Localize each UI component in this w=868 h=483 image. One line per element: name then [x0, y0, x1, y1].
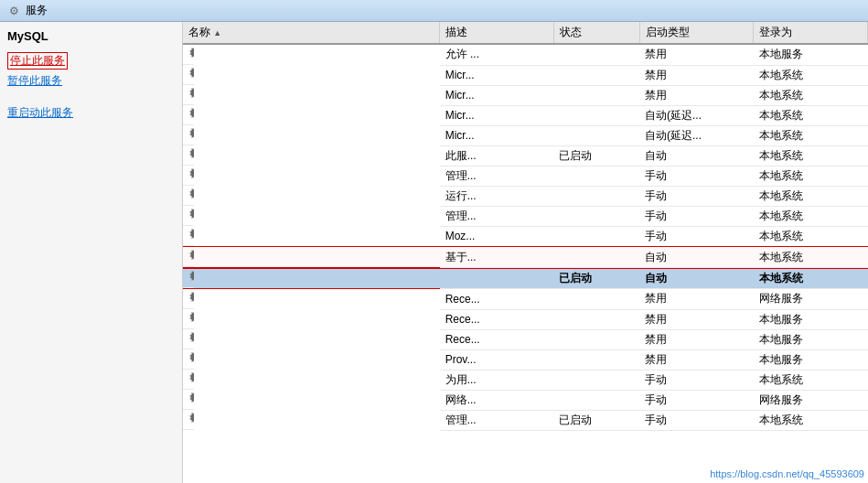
service-desc-cell: 运行...: [440, 186, 554, 206]
table-row[interactable]: MySQL已启动自动本地系统: [183, 268, 868, 289]
gear-icon: [188, 249, 194, 264]
table-scroll[interactable]: 名称 ▲ 描述 状态 启动类型: [183, 22, 868, 483]
service-desc-cell: 管理...: [440, 166, 554, 186]
table-row[interactable]: Net.Tcp Listener...Rece...禁用本地服务: [183, 329, 868, 349]
service-desc-cell: Rece...: [440, 309, 554, 329]
table-row[interactable]: Multimedia Clas...基于...自动本地系统: [183, 247, 868, 268]
service-desc-cell: 为用...: [440, 370, 554, 390]
service-name-cell: Mozilla Mainten...: [183, 226, 194, 246]
sort-arrow-icon: ▲: [213, 28, 221, 38]
service-startup-cell: 禁用: [639, 85, 754, 105]
col-startup-header[interactable]: 启动类型: [639, 22, 754, 44]
service-login-cell: 本地系统: [754, 206, 868, 226]
service-desc-cell: 管理...: [440, 410, 554, 430]
table-row[interactable]: Microsoft Office...运行...手动本地系统: [183, 186, 868, 206]
service-login-cell: 本地系统: [754, 247, 868, 268]
service-startup-cell: 自动: [639, 145, 754, 166]
col-status-header[interactable]: 状态: [553, 22, 639, 44]
table-row[interactable]: Microsoft .NET F...Micr...禁用本地系统: [183, 85, 868, 105]
service-status-cell: [553, 125, 639, 145]
service-startup-cell: 手动: [639, 390, 754, 410]
gear-icon: [188, 167, 194, 183]
service-startup-cell: 禁用: [639, 329, 754, 349]
service-status-cell: [553, 65, 639, 85]
gear-icon: [188, 188, 194, 203]
service-desc-cell: Rece...: [440, 329, 554, 349]
col-login-header[interactable]: 登录为: [754, 22, 868, 44]
table-row[interactable]: Microsoft Softw...管理...手动本地系统: [183, 206, 868, 226]
table-row[interactable]: Microsoft .NET F...Micr...自动(延迟...本地系统: [183, 105, 868, 125]
col-name-header[interactable]: 名称 ▲: [183, 22, 440, 44]
table-row[interactable]: Net.Msmq Liste...Rece...禁用网络服务: [183, 289, 868, 310]
title-bar: ⚙ 服务: [0, 0, 868, 22]
service-name-cell: Multimedia Clas...: [183, 247, 194, 267]
service-name-cell: Microsoft Devic...: [183, 145, 194, 166]
main-area: 名称 ▲ 描述 状态 启动类型: [183, 22, 868, 483]
stop-service-link[interactable]: 停止此服务: [7, 52, 68, 70]
service-login-cell: 本地系统: [754, 65, 868, 85]
service-name-cell: Network Access ...: [183, 390, 194, 410]
gear-icon: [188, 208, 194, 223]
table-row[interactable]: Net.Tcp Port Sh...Prov...禁用本地服务: [183, 349, 868, 370]
service-startup-cell: 禁用: [639, 349, 754, 370]
service-name-cell: Microsoft Softw...: [183, 206, 194, 226]
service-login-cell: 本地系统: [754, 410, 868, 430]
table-row[interactable]: Network Connec...管理...已启动手动本地系统: [183, 410, 868, 430]
table-row[interactable]: Microsoft Devic...此服...已启动自动本地系统: [183, 145, 868, 166]
table-row[interactable]: Microsoft .NET F...Micr...禁用本地系统: [183, 65, 868, 85]
service-login-cell: 本地系统: [754, 145, 868, 166]
service-login-cell: 本地系统: [754, 166, 868, 186]
service-desc-cell: 允许 ...: [440, 44, 554, 65]
service-status-cell: 已启动: [553, 268, 639, 289]
col-desc-header[interactable]: 描述: [440, 22, 554, 44]
service-name-cell: MySQL: [183, 268, 194, 288]
service-startup-cell: 手动: [639, 206, 754, 226]
sidebar: MySQL 停止此服务 暂停此服务 重启动此服务: [0, 22, 183, 483]
gear-icon: [188, 331, 194, 347]
service-login-cell: 本地服务: [754, 349, 868, 370]
gear-icon: [188, 47, 194, 62]
service-status-cell: [553, 289, 639, 310]
service-desc-cell: 基于...: [440, 247, 554, 268]
gear-icon: [188, 392, 194, 407]
service-name-cell: Net.Tcp Listener...: [183, 329, 194, 349]
gear-icon: [188, 107, 194, 123]
service-login-cell: 本地系统: [754, 186, 868, 206]
service-desc-cell: 网络...: [440, 390, 554, 410]
service-name-cell: Netlogon: [183, 370, 194, 390]
service-name-cell: Microsoft iSCSI I...: [183, 166, 194, 186]
service-startup-cell: 禁用: [639, 289, 754, 310]
service-startup-cell: 手动: [639, 226, 754, 247]
table-row[interactable]: Media Center Ex...允许 ...禁用本地服务: [183, 44, 868, 65]
gear-icon: [188, 147, 194, 163]
service-startup-cell: 手动: [639, 186, 754, 206]
table-row[interactable]: Microsoft iSCSI I...管理...手动本地系统: [183, 166, 868, 186]
table-row[interactable]: Netlogon为用...手动本地系统: [183, 370, 868, 390]
pause-service-link[interactable]: 暂停此服务: [7, 73, 175, 89]
service-status-cell: [553, 166, 639, 186]
table-row[interactable]: Net.Pipe Listene...Rece...禁用本地服务: [183, 309, 868, 329]
service-status-cell: 已启动: [553, 410, 639, 430]
service-login-cell: 本地服务: [754, 44, 868, 65]
table-row[interactable]: Network Access ...网络...手动网络服务: [183, 390, 868, 410]
gear-icon: [188, 311, 194, 327]
service-desc-cell: Micr...: [440, 85, 554, 105]
service-startup-cell: 自动(延迟...: [639, 105, 754, 125]
service-name-cell: Microsoft .NET F...: [183, 85, 194, 105]
service-desc-cell: Micr...: [440, 65, 554, 85]
gear-icon: [188, 228, 194, 243]
service-desc-cell: 管理...: [440, 206, 554, 226]
service-status-cell: [553, 370, 639, 390]
restart-service-link[interactable]: 重启动此服务: [7, 105, 175, 121]
table-row[interactable]: Microsoft .NET F...Micr...自动(延迟...本地系统: [183, 125, 868, 145]
service-status-cell: [553, 329, 639, 349]
service-name-cell: Media Center Ex...: [183, 45, 194, 65]
service-startup-cell: 手动: [639, 370, 754, 390]
service-status-cell: [553, 226, 639, 247]
service-desc-cell: Micr...: [440, 125, 554, 145]
service-login-cell: 本地系统: [754, 268, 868, 289]
service-login-cell: 本地系统: [754, 370, 868, 390]
table-row[interactable]: Mozilla Mainten...Moz...手动本地系统: [183, 226, 868, 247]
service-desc-cell: Moz...: [440, 226, 554, 247]
window: ⚙ 服务 MySQL 停止此服务 暂停此服务 重启动此服务 名称 ▲: [0, 0, 868, 483]
